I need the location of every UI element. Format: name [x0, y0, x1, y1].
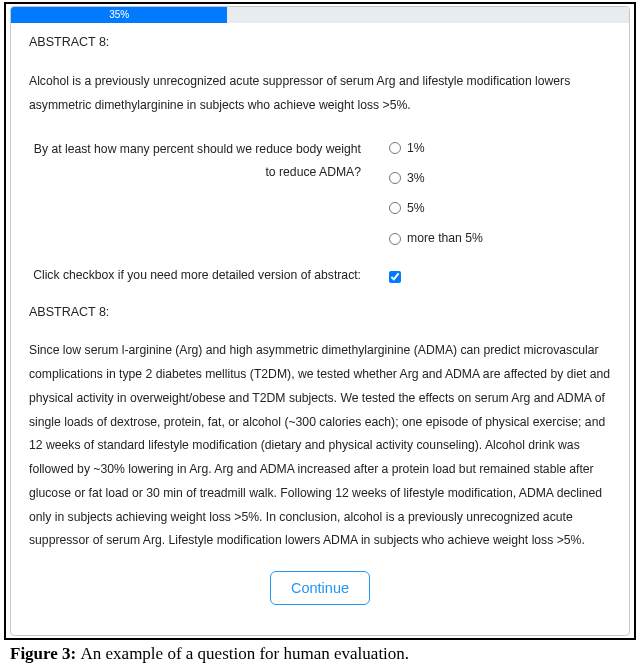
continue-button[interactable]: Continue: [270, 571, 370, 605]
option-3[interactable]: 5%: [389, 197, 483, 220]
checkbox-row: Click checkbox if you need more detailed…: [29, 264, 611, 291]
abstract-1-title: ABSTRACT 8:: [29, 31, 611, 55]
question-row: By at least how many percent should we r…: [29, 136, 611, 251]
option-4[interactable]: more than 5%: [389, 227, 483, 250]
option-3-label: 5%: [407, 197, 425, 220]
content-area: ABSTRACT 8: Alcohol is a previously unre…: [11, 23, 629, 615]
abstract-2-text: Since low serum l-arginine (Arg) and hig…: [29, 339, 611, 553]
continue-wrap: Continue: [29, 571, 611, 605]
survey-frame: 35% ABSTRACT 8: Alcohol is a previously …: [4, 2, 636, 640]
figure-caption-text: An example of a question for human evalu…: [81, 644, 410, 663]
checkbox-label: Click checkbox if you need more detailed…: [29, 264, 389, 287]
figure-caption: Figure 3: An example of a question for h…: [10, 644, 640, 664]
option-1-label: 1%: [407, 137, 425, 160]
detail-checkbox[interactable]: [389, 271, 401, 283]
question-label: By at least how many percent should we r…: [29, 136, 389, 184]
options-group: 1% 3% 5% more than 5%: [389, 136, 483, 251]
figure-caption-prefix: Figure 3:: [10, 644, 81, 663]
radio-3[interactable]: [389, 202, 401, 214]
option-2[interactable]: 3%: [389, 167, 483, 190]
abstract-1-text: Alcohol is a previously unrecognized acu…: [29, 69, 611, 118]
option-2-label: 3%: [407, 167, 425, 190]
survey-card: 35% ABSTRACT 8: Alcohol is a previously …: [10, 6, 630, 636]
progress-fill: 35%: [11, 7, 227, 23]
progress-bar: 35%: [11, 7, 629, 23]
radio-1[interactable]: [389, 142, 401, 154]
radio-2[interactable]: [389, 172, 401, 184]
checkbox-wrap: [389, 264, 401, 291]
option-4-label: more than 5%: [407, 227, 483, 250]
abstract-2-title: ABSTRACT 8:: [29, 301, 611, 325]
radio-4[interactable]: [389, 233, 401, 245]
option-1[interactable]: 1%: [389, 137, 483, 160]
